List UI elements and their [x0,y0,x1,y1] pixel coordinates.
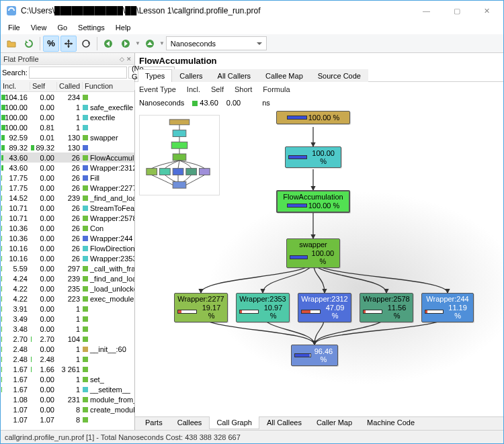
function-list[interactable]: 104.160.00234100.000.001safe_execfile100… [1,92,134,430]
function-row[interactable]: 10.360.0026Wrapper:244 [1,233,134,243]
menu-settings[interactable]: Settings [73,22,110,33]
up-button[interactable] [142,36,158,52]
bar-icon [192,101,198,106]
open-button[interactable] [3,36,19,52]
function-row[interactable]: 17.750.0026Wrapper:2277 [1,183,134,193]
tab-machine-code[interactable]: Machine Code [360,416,422,429]
function-row[interactable]: 1.071.078 [1,414,134,425]
percent-button[interactable]: % [43,36,59,52]
function-row[interactable]: 14.520.00239_find_and_loa [1,193,134,203]
function-row[interactable]: 1.070.008create_modul [1,404,134,414]
function-row[interactable]: 10.710.0026StreamToFea [1,203,134,213]
pin-icon[interactable]: ◇ ✕ [120,56,132,62]
function-row[interactable]: 104.160.00234 [1,92,134,102]
tab-callee-map[interactable]: Callee Map [258,69,310,82]
cycle-button[interactable] [78,36,94,52]
graph-node[interactable]: Wrapper:231247.09 % [298,293,351,322]
tab-all-callees[interactable]: All Callees [259,416,309,429]
maximize-button[interactable]: ▢ [442,1,472,20]
sum-col-short[interactable]: Short [235,85,252,93]
detail-pane: FlowAccumulation TypesCallersAll Callers… [135,53,503,430]
graph-node[interactable]: 100.00 % [285,146,341,168]
menu-go[interactable]: Go [52,22,72,33]
function-row[interactable]: 43.600.0026Wrapper:2312 [1,163,134,173]
function-row[interactable]: 5.590.00297_call_with_fra [1,263,134,273]
function-row[interactable]: 3.480.001 [1,324,134,334]
function-row[interactable]: 10.160.0026Wrapper:2353 [1,253,134,263]
graph-node[interactable]: Wrapper:235310.97 % [236,293,290,322]
tab-types[interactable]: Types [138,69,172,82]
function-row[interactable]: 89.3289.32130 [1,142,134,152]
menu-help[interactable]: Help [111,22,136,33]
function-row[interactable]: 1.670.001set_ [1,374,134,384]
sum-col-eventtype[interactable]: Event Type [139,85,176,93]
graph-node[interactable]: swapper100.00 % [286,238,340,268]
col-function[interactable]: Function [83,82,135,90]
function-row[interactable]: 17.750.0026Fill [1,173,134,183]
call-graph[interactable]: 100.00 %100.00 %FlowAccumulation100.00 %… [135,111,503,416]
color-swatch [83,397,88,402]
tab-all-callers[interactable]: All Callers [210,69,259,82]
graph-node[interactable]: 96.46 % [291,345,338,366]
tab-parts[interactable]: Parts [138,416,170,429]
menu-file[interactable]: File [3,22,25,33]
body: Flat Profile ◇ ✕ Search: (No Grouping) I… [1,53,503,430]
tab-source-code[interactable]: Source Code [310,69,368,82]
color-swatch [83,286,88,292]
sum-col-formula[interactable]: Formula [263,85,290,93]
function-row[interactable]: 4.220.00223exec_module: [1,294,134,304]
toolbar: % ▼ ▼ Nanoseconds [1,34,503,53]
svg-rect-6 [173,130,186,137]
svg-rect-12 [186,169,197,175]
tab-call-graph[interactable]: Call Graph [209,416,259,429]
reload-button[interactable] [21,36,37,52]
function-row[interactable]: 1.671.663 261 [1,364,134,374]
function-row[interactable]: 4.220.00235_load_unlocke [1,283,134,294]
color-swatch [83,417,88,423]
sum-col-incl[interactable]: Incl. [187,85,200,93]
color-swatch [83,306,88,312]
function-row[interactable]: 43.600.0026FlowAccumula [1,152,134,163]
function-row[interactable]: 3.490.001 [1,314,134,324]
function-row[interactable]: 10.360.0026Con [1,223,134,233]
expand-button[interactable] [60,36,77,52]
graph-node[interactable]: FlowAccumulation100.00 % [276,190,350,213]
graph-thumbnail[interactable] [139,115,220,195]
graph-node[interactable]: Wrapper:227719.17 % [174,293,228,322]
minimize-button[interactable]: — [411,1,442,20]
tab-caller-map[interactable]: Caller Map [309,416,360,429]
pane-header: Flat Profile ◇ ✕ [1,53,134,65]
function-row[interactable]: 10.710.0026Wrapper:2578 [1,213,134,223]
time-unit-select[interactable]: Nanoseconds [166,36,267,50]
function-row[interactable]: 1.670.001__setitem__ [1,384,134,394]
col-self[interactable]: Self [30,82,57,90]
tab-callers[interactable]: Callers [172,69,210,82]
function-row[interactable]: 4.240.00239_find_and_loa [1,273,134,283]
function-row[interactable]: 2.702.70104 [1,334,134,344]
close-button[interactable]: ✕ [472,1,502,20]
col-incl[interactable]: Incl. [1,82,30,90]
svg-rect-11 [173,169,183,175]
graph-node[interactable]: Wrapper:24411.19 % [421,293,474,322]
function-row[interactable]: 10.160.0026FlowDirection [1,243,134,253]
graph-node[interactable]: Wrapper:257811.56 % [360,293,413,322]
color-swatch [83,226,88,231]
svg-point-1 [83,40,89,47]
function-row[interactable]: 92.590.01130swapper [1,132,134,142]
function-row[interactable]: 2.480.001__init__:60 [1,344,134,354]
function-row[interactable]: 3.910.001 [1,304,134,314]
search-input[interactable] [29,66,127,79]
function-row[interactable]: 100.000.001execfile [1,112,134,122]
menu-view[interactable]: View [26,22,52,33]
function-row[interactable]: 2.482.481 [1,354,134,364]
back-button[interactable] [100,36,116,52]
function-row[interactable]: 1.080.00231module_from_ [1,394,134,404]
color-swatch [83,276,88,281]
forward-button[interactable] [118,36,134,52]
function-row[interactable]: 100.000.001safe_execfile [1,102,134,112]
graph-node[interactable]: 100.00 % [276,111,350,124]
col-called[interactable]: Called [57,82,83,90]
function-row[interactable]: 100.000.811 [1,122,134,132]
sum-col-self[interactable]: Self [211,85,224,93]
tab-callees[interactable]: Callees [170,416,210,429]
